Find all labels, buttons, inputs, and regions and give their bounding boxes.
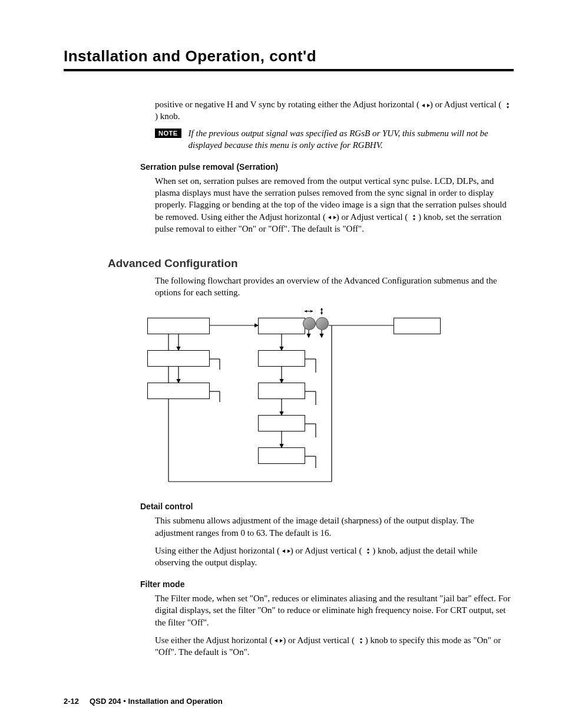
flow-right-1 — [394, 318, 441, 334]
svg-marker-9 — [305, 310, 307, 312]
serration-paragraph: When set on, serration pulses are remove… — [155, 175, 514, 235]
page: Installation and Operation, cont'd posit… — [0, 0, 562, 728]
filter-p1: The Filter mode, when set "On", reduces … — [155, 592, 514, 628]
advanced-config-paragraph: The following flowchart provides an over… — [155, 275, 514, 299]
filter-mode-heading: Filter mode — [140, 579, 514, 590]
horizontal-arrows-icon — [275, 638, 283, 644]
filter-p2b: ) or Adjust vertical ( — [283, 635, 355, 645]
horizontal-arrows-icon — [282, 548, 290, 554]
filter-p2: Use either the Adjust horizontal ( ) or … — [155, 634, 514, 658]
detail-control-heading: Detail control — [140, 501, 514, 512]
vertical-arrows-icon — [504, 103, 512, 108]
chapter-title: Installation and Operation, cont'd — [64, 46, 514, 67]
flow-mid-2 — [258, 350, 305, 367]
svg-marker-6 — [413, 215, 415, 217]
svg-marker-47 — [360, 638, 362, 640]
footer-section: Installation and Operation — [128, 697, 222, 706]
detail-p2: Using either the Adjust horizontal ( ) o… — [155, 545, 514, 569]
svg-marker-10 — [310, 310, 313, 312]
vertical-arrows-icon — [357, 638, 365, 644]
serration-heading: Serration pulse removal (Serration) — [140, 162, 514, 173]
flow-mid-1 — [258, 318, 305, 334]
detail-p2a: Using either the Adjust horizontal ( — [155, 546, 280, 555]
svg-marker-7 — [413, 219, 415, 221]
vertical-arrows-icon — [364, 548, 372, 554]
detail-p1: This submenu allows adjustment of the im… — [155, 515, 514, 539]
svg-marker-43 — [367, 548, 369, 551]
flow-left-3 — [147, 383, 210, 399]
flow-left-2 — [147, 350, 210, 367]
svg-marker-13 — [320, 312, 323, 315]
intro-text-b: ) or Adjust vertical ( — [430, 100, 502, 109]
flowchart — [140, 308, 477, 490]
vertical-arrows-icon — [410, 215, 418, 220]
intro-paragraph: positive or negative H and V sync by rot… — [155, 98, 514, 123]
header-rule — [64, 69, 514, 71]
svg-marker-2 — [507, 103, 509, 105]
svg-marker-3 — [507, 106, 509, 108]
note-block: NOTE If the previous output signal was s… — [155, 127, 514, 151]
footer-product: QSD 204 — [90, 697, 121, 706]
flow-mid-5 — [258, 447, 305, 464]
note-text: If the previous output signal was specif… — [189, 127, 514, 151]
page-footer: 2-12 QSD 204 • Installation and Operatio… — [64, 696, 223, 707]
note-badge: NOTE — [155, 129, 181, 139]
advanced-config-heading: Advanced Configuration — [108, 256, 514, 271]
filter-p2a: Use either the Adjust horizontal ( — [155, 635, 273, 645]
svg-marker-12 — [320, 308, 323, 310]
svg-marker-0 — [422, 104, 425, 107]
flow-mid-4 — [258, 415, 305, 431]
flow-mid-3 — [258, 383, 305, 399]
page-number: 2-12 — [64, 697, 79, 706]
flowchart-lines — [140, 308, 477, 490]
intro-text-a: positive or negative H and V sync by rot… — [155, 100, 419, 109]
svg-marker-44 — [367, 552, 369, 555]
flow-left-1 — [147, 318, 210, 334]
svg-marker-4 — [328, 216, 331, 219]
detail-p2b: ) or Adjust vertical ( — [290, 546, 362, 555]
svg-marker-48 — [360, 642, 362, 644]
intro-text-c: ) knob. — [155, 111, 180, 121]
svg-marker-41 — [282, 549, 285, 553]
horizontal-arrows-icon — [422, 103, 430, 108]
svg-marker-45 — [275, 639, 277, 643]
serration-text-b: ) or Adjust vertical ( — [336, 212, 408, 222]
horizontal-arrows-icon — [328, 215, 336, 220]
